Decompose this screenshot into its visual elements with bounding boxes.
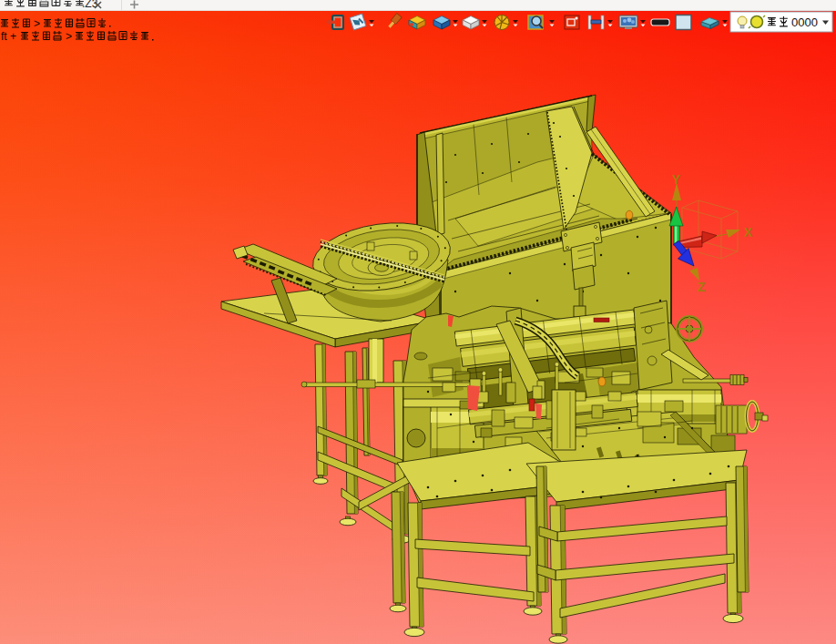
svg-text:>: > <box>34 17 40 30</box>
svg-text:ft +: ft + <box>1 30 16 43</box>
svg-text:Z: Z <box>698 280 706 294</box>
svg-text:0000: 0000 <box>791 15 818 29</box>
svg-text:X: X <box>744 225 753 240</box>
svg-text:Y: Y <box>672 172 681 187</box>
svg-text:>: > <box>66 30 72 43</box>
svg-text:.Z3: .Z3 <box>82 0 98 10</box>
